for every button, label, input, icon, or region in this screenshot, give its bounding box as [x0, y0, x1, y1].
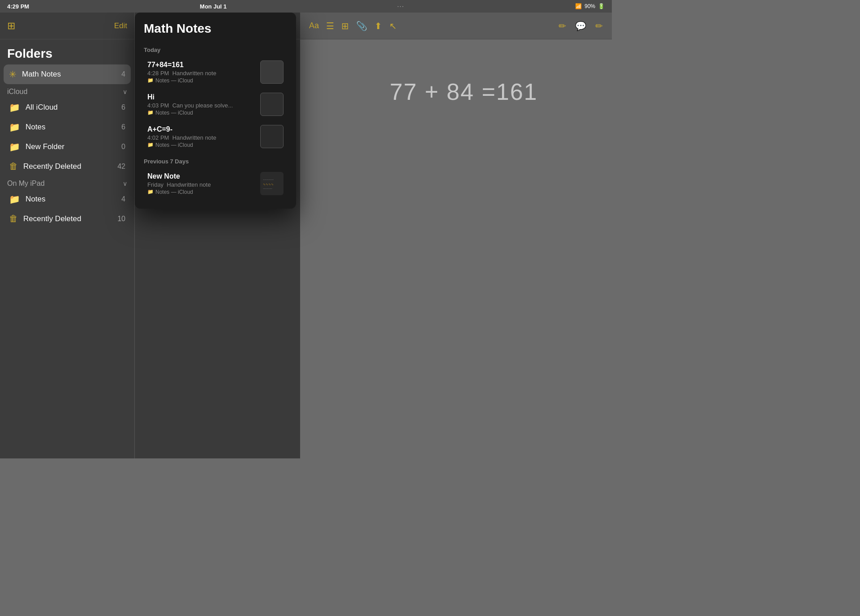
popup-note-4-meta: Friday Handwritten note — [147, 181, 255, 188]
folder-small-icon: 📁 — [147, 77, 154, 83]
sidebar-item-recently-deleted[interactable]: 🗑 Recently Deleted 42 — [4, 157, 131, 176]
popup-note-4-thumb: ⋯⋯⋯ ∿∿∿∿ ⋯⋯⋯ — [260, 172, 284, 195]
icloud-chevron: ∨ — [123, 88, 127, 95]
on-my-ipad-section-header[interactable]: On My iPad ∨ — [4, 176, 131, 189]
folder-icon-new: 📁 — [9, 141, 20, 152]
popup-note-1-meta: 4:28 PM Handwritten note — [147, 70, 255, 77]
folder-small-icon-3: 📁 — [147, 142, 154, 148]
popup-prev7-header: Previous 7 Days — [135, 153, 296, 167]
svg-text:77 + 84 =161: 77 + 84 =161 — [390, 79, 538, 105]
folder-small-icon-4: 📁 — [147, 189, 154, 195]
math-notes-icon: ✳ — [9, 69, 17, 80]
svg-text:⋯⋯⋯: ⋯⋯⋯ — [263, 178, 274, 182]
sidebar-content: ✳ Math Notes 4 iCloud ∨ 📁 All iCloud 6 📁… — [0, 64, 134, 458]
status-dots: ··· — [397, 3, 404, 9]
sidebar-toggle-icon[interactable]: ⊞ — [7, 20, 15, 32]
popup-note-3-folder-row: 📁 Notes — iCloud — [147, 142, 255, 148]
popup-note-4[interactable]: New Note Friday Handwritten note 📁 Notes… — [138, 167, 292, 200]
popup-note-2-thumb — [260, 93, 284, 116]
bubble-icon[interactable]: 💬 — [575, 21, 586, 31]
folder-small-icon-2: 📁 — [147, 110, 154, 116]
format-text-icon[interactable]: Aa — [309, 21, 319, 30]
sidebar-item-all-icloud[interactable]: 📁 All iCloud 6 — [4, 98, 131, 117]
main-toolbar: Aa ☰ ⊞ 📎 ⬆ ↖ ✏ 💬 ✏ — [300, 13, 612, 39]
checklist-icon[interactable]: ☰ — [326, 21, 334, 31]
attachment-icon[interactable]: 📎 — [356, 21, 367, 31]
edit-button[interactable]: Edit — [114, 21, 127, 30]
popup-note-2-title: Hi — [147, 93, 255, 101]
trash-icon-ipad: 🗑 — [9, 214, 18, 224]
popup-note-2-content: Hi 4:03 PM Can you please solve... 📁 Not… — [147, 93, 255, 116]
app-container: ⊞ Edit Folders ✳ Math Notes 4 iCloud ∨ 📁… — [0, 13, 612, 458]
toolbar-left: Aa ☰ ⊞ 📎 ⬆ ↖ — [309, 21, 397, 31]
sidebar: ⊞ Edit Folders ✳ Math Notes 4 iCloud ∨ 📁… — [0, 13, 134, 458]
handwriting-equation: 77 + 84 =161 — [390, 75, 546, 113]
battery-label: 90% — [585, 3, 595, 9]
status-bar: 4:29 PM Mon Jul 1 ··· 📶 90% 🔋 — [0, 0, 612, 13]
sidebar-toolbar: ⊞ Edit — [0, 13, 134, 39]
popup-note-4-content: New Note Friday Handwritten note 📁 Notes… — [147, 172, 255, 195]
sidebar-item-notes-ipad[interactable]: 📁 Notes 4 — [4, 189, 131, 209]
note-canvas: 77 + 84 =161 — [300, 39, 612, 458]
wifi-icon: 📶 — [575, 3, 582, 9]
status-time: 4:29 PM — [7, 3, 29, 10]
table-icon[interactable]: ⊞ — [341, 21, 349, 31]
sidebar-item-math-notes[interactable]: ✳ Math Notes 4 — [4, 64, 131, 84]
popup-note-2-folder-row: 📁 Notes — iCloud — [147, 110, 255, 116]
status-right: 📶 90% 🔋 — [575, 3, 605, 9]
popup-overlay: Math Notes Today 77+84=161 4:28 PM Handw… — [135, 13, 300, 458]
back-arrow-icon[interactable]: ↖ — [389, 21, 397, 31]
toolbar-right: ✏ 💬 ✏ — [559, 21, 603, 31]
popup-title: Math Notes — [135, 21, 296, 41]
popup-note-4-folder-row: 📁 Notes — iCloud — [147, 189, 255, 195]
popup-note-2-meta: 4:03 PM Can you please solve... — [147, 102, 255, 109]
svg-text:∿∿∿∿: ∿∿∿∿ — [263, 183, 274, 186]
icloud-section-header[interactable]: iCloud ∨ — [4, 84, 131, 98]
folder-icon: 📁 — [9, 102, 20, 113]
popup-note-1-folder-row: 📁 Notes — iCloud — [147, 77, 255, 84]
equation-svg: 77 + 84 =161 — [390, 75, 546, 111]
popup-note-3-title: A+C=9- — [147, 125, 255, 133]
status-day: Mon Jul 1 — [200, 3, 227, 10]
notes-panel: ⊙ Math Notes Today 77+84=161 4:28 PM Han… — [134, 13, 300, 458]
compose-icon[interactable]: ✏ — [595, 21, 603, 31]
sidebar-item-recently-deleted-ipad[interactable]: 🗑 Recently Deleted 10 — [4, 209, 131, 228]
folder-icon-ipad-notes: 📁 — [9, 194, 20, 205]
share-icon[interactable]: ⬆ — [374, 21, 382, 31]
folders-title: Folders — [0, 39, 134, 64]
popup-note-3-thumb — [260, 125, 284, 148]
popup-note-2[interactable]: Hi 4:03 PM Can you please solve... 📁 Not… — [138, 88, 292, 120]
popup-note-1-title: 77+84=161 — [147, 61, 255, 69]
popup-note-3[interactable]: A+C=9- 4:02 PM Handwritten note 📁 Notes … — [138, 120, 292, 153]
popup-note-1-content: 77+84=161 4:28 PM Handwritten note 📁 Not… — [147, 61, 255, 84]
pencil-tool-icon[interactable]: ✏ — [559, 21, 566, 31]
battery-icon: 🔋 — [598, 3, 605, 9]
popup-today-header: Today — [135, 41, 296, 56]
popup-note-3-meta: 4:02 PM Handwritten note — [147, 134, 255, 141]
sidebar-item-new-folder[interactable]: 📁 New Folder 0 — [4, 137, 131, 157]
on-my-ipad-label: On My iPad — [7, 180, 45, 188]
popup-math-notes: Math Notes Today 77+84=161 4:28 PM Handw… — [135, 13, 296, 209]
popup-note-1-thumb — [260, 60, 284, 84]
popup-note-3-content: A+C=9- 4:02 PM Handwritten note 📁 Notes … — [147, 125, 255, 148]
popup-note-4-title: New Note — [147, 172, 255, 180]
sidebar-item-notes-icloud[interactable]: 📁 Notes 6 — [4, 117, 131, 137]
trash-icon-icloud: 🗑 — [9, 161, 18, 171]
icloud-label: iCloud — [7, 88, 27, 96]
folder-icon-notes: 📁 — [9, 122, 20, 133]
svg-text:⋯⋯⋯: ⋯⋯⋯ — [263, 187, 272, 190]
popup-note-1[interactable]: 77+84=161 4:28 PM Handwritten note 📁 Not… — [138, 56, 292, 88]
on-my-ipad-chevron: ∨ — [123, 180, 127, 187]
main-content: Aa ☰ ⊞ 📎 ⬆ ↖ ✏ 💬 ✏ 77 + 84 =161 — [300, 13, 612, 458]
